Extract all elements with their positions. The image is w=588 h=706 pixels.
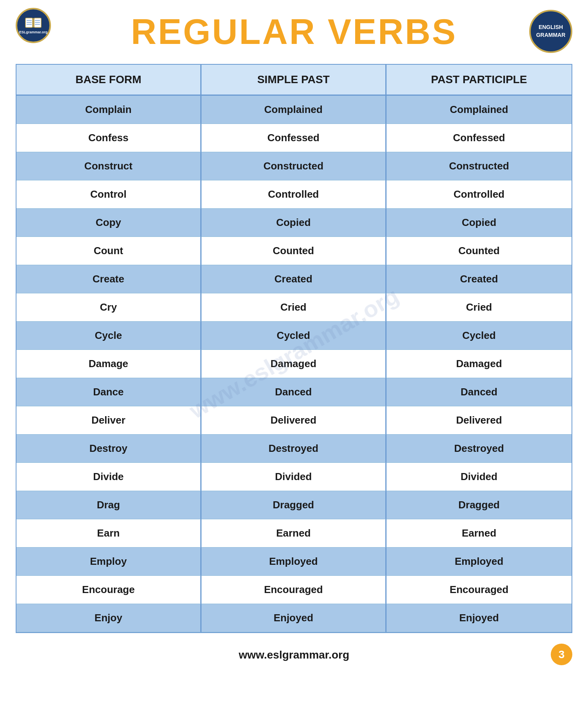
table-cell-1-2: Confessed bbox=[387, 124, 572, 152]
table-row: CopyCopiedCopied bbox=[16, 209, 572, 237]
table-cell-11-0: Deliver bbox=[16, 406, 201, 435]
table-cell-8-2: Cycled bbox=[387, 322, 572, 350]
table-cell-15-1: Earned bbox=[201, 519, 387, 548]
table-cell-3-2: Controlled bbox=[387, 180, 572, 209]
table-cell-7-0: Cry bbox=[16, 293, 201, 322]
book-icon bbox=[25, 16, 42, 29]
footer-url: www.eslgrammar.org bbox=[239, 649, 349, 661]
table-cell-13-1: Divided bbox=[201, 463, 387, 491]
table-cell-0-2: Complained bbox=[387, 96, 572, 124]
page-footer: www.eslgrammar.org 3 bbox=[0, 641, 588, 669]
table-cell-1-0: Confess bbox=[16, 124, 201, 152]
table-row: ControlControlledControlled bbox=[16, 180, 572, 209]
table-row: ComplainComplainedComplained bbox=[16, 96, 572, 124]
table-row: DivideDividedDivided bbox=[16, 463, 572, 491]
table-cell-10-1: Danced bbox=[201, 378, 387, 406]
table-cell-15-0: Earn bbox=[16, 519, 201, 548]
table-row: EarnEarnedEarned bbox=[16, 519, 572, 548]
table-cell-5-1: Counted bbox=[201, 237, 387, 265]
page-number: 3 bbox=[551, 644, 572, 665]
table-cell-14-1: Dragged bbox=[201, 491, 387, 519]
table-cell-6-1: Created bbox=[201, 265, 387, 293]
table-row: DamageDamagedDamaged bbox=[16, 350, 572, 378]
table-row: CryCriedCried bbox=[16, 293, 572, 322]
table-row: DanceDancedDanced bbox=[16, 378, 572, 406]
badge-line2: GRAMMAR bbox=[536, 31, 566, 39]
col-header-past-participle: PAST PARTICIPLE bbox=[387, 65, 572, 95]
table-row: DragDraggedDragged bbox=[16, 491, 572, 519]
grammar-badge: ENGLISH GRAMMAR bbox=[529, 10, 572, 53]
table-cell-16-0: Employ bbox=[16, 548, 201, 576]
table-cell-2-0: Construct bbox=[16, 152, 201, 180]
table-cell-4-2: Copied bbox=[387, 209, 572, 237]
table-row: ConstructConstructedConstructed bbox=[16, 152, 572, 180]
svg-rect-0 bbox=[25, 18, 33, 27]
table-header: BASE FORM SIMPLE PAST PAST PARTICIPLE bbox=[16, 65, 572, 96]
table-cell-15-2: Earned bbox=[387, 519, 572, 548]
table-cell-13-0: Divide bbox=[16, 463, 201, 491]
table-cell-2-1: Constructed bbox=[201, 152, 387, 180]
table-cell-6-2: Created bbox=[387, 265, 572, 293]
table-cell-6-0: Create bbox=[16, 265, 201, 293]
table-row: DestroyDestroyedDestroyed bbox=[16, 435, 572, 463]
table-cell-12-1: Destroyed bbox=[201, 435, 387, 463]
svg-rect-1 bbox=[34, 18, 41, 27]
table-cell-9-0: Damage bbox=[16, 350, 201, 378]
badge-line1: ENGLISH bbox=[539, 24, 563, 31]
table-cell-7-1: Cried bbox=[201, 293, 387, 322]
table-row: CycleCycledCycled bbox=[16, 322, 572, 350]
table-row: EnjoyEnjoyedEnjoyed bbox=[16, 604, 572, 632]
table-cell-11-2: Delivered bbox=[387, 406, 572, 435]
table-cell-0-0: Complain bbox=[16, 96, 201, 124]
table-cell-14-2: Dragged bbox=[387, 491, 572, 519]
table-cell-10-0: Dance bbox=[16, 378, 201, 406]
table-cell-17-2: Encouraged bbox=[387, 576, 572, 604]
logo-text: ESLgrammar.org bbox=[19, 30, 48, 35]
table-cell-16-1: Employed bbox=[201, 548, 387, 576]
table-cell-3-0: Control bbox=[16, 180, 201, 209]
table-cell-10-2: Danced bbox=[387, 378, 572, 406]
table-cell-13-2: Divided bbox=[387, 463, 572, 491]
table-row: ConfessConfessedConfessed bbox=[16, 124, 572, 152]
col-header-base: BASE FORM bbox=[16, 65, 201, 95]
table-cell-0-1: Complained bbox=[201, 96, 387, 124]
table-cell-9-1: Damaged bbox=[201, 350, 387, 378]
page-header: ESLgrammar.org REGULAR VERBS ENGLISH GRA… bbox=[0, 0, 588, 60]
table-row: DeliverDeliveredDelivered bbox=[16, 406, 572, 435]
site-logo: ESLgrammar.org bbox=[16, 8, 51, 43]
table-cell-9-2: Damaged bbox=[387, 350, 572, 378]
table-cell-17-0: Encourage bbox=[16, 576, 201, 604]
table-row: EncourageEncouragedEncouraged bbox=[16, 576, 572, 604]
table-cell-18-1: Enjoyed bbox=[201, 604, 387, 632]
table-cell-18-0: Enjoy bbox=[16, 604, 201, 632]
table-row: CreateCreatedCreated bbox=[16, 265, 572, 293]
table-cell-3-1: Controlled bbox=[201, 180, 387, 209]
table-cell-8-0: Cycle bbox=[16, 322, 201, 350]
table-cell-2-2: Constructed bbox=[387, 152, 572, 180]
table-cell-18-2: Enjoyed bbox=[387, 604, 572, 632]
table-cell-14-0: Drag bbox=[16, 491, 201, 519]
table-cell-17-1: Encouraged bbox=[201, 576, 387, 604]
table-cell-1-1: Confessed bbox=[201, 124, 387, 152]
table-row: CountCountedCounted bbox=[16, 237, 572, 265]
table-cell-5-0: Count bbox=[16, 237, 201, 265]
table-cell-12-0: Destroy bbox=[16, 435, 201, 463]
page-title: REGULAR VERBS bbox=[131, 12, 457, 52]
table-body: ComplainComplainedComplainedConfessConfe… bbox=[16, 96, 572, 632]
table-cell-4-0: Copy bbox=[16, 209, 201, 237]
table-cell-11-1: Delivered bbox=[201, 406, 387, 435]
verbs-table: BASE FORM SIMPLE PAST PAST PARTICIPLE Co… bbox=[16, 64, 572, 633]
table-cell-7-2: Cried bbox=[387, 293, 572, 322]
col-header-simple-past: SIMPLE PAST bbox=[201, 65, 387, 95]
table-cell-4-1: Copied bbox=[201, 209, 387, 237]
table-cell-16-2: Employed bbox=[387, 548, 572, 576]
table-cell-8-1: Cycled bbox=[201, 322, 387, 350]
table-cell-12-2: Destroyed bbox=[387, 435, 572, 463]
table-row: EmployEmployedEmployed bbox=[16, 548, 572, 576]
table-cell-5-2: Counted bbox=[387, 237, 572, 265]
